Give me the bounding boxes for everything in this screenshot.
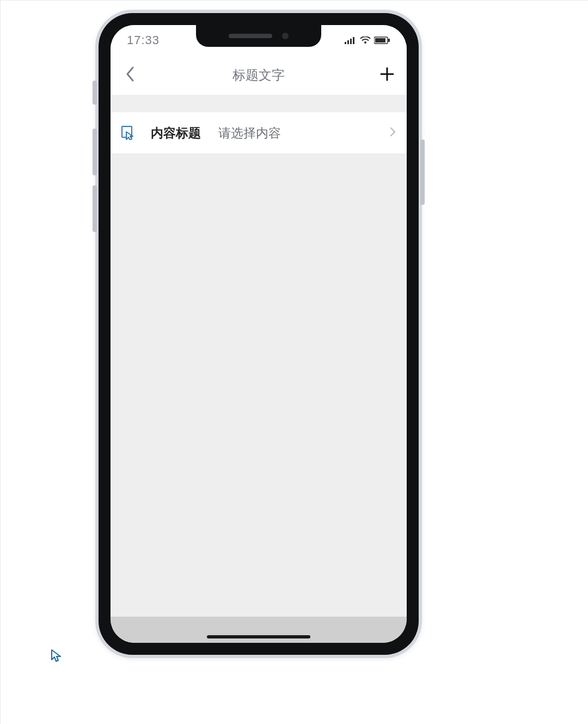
svg-rect-0 [345,42,346,44]
back-button[interactable] [119,56,141,95]
chevron-left-icon [126,66,134,84]
svg-rect-2 [350,39,352,44]
wifi-icon [360,36,371,44]
plus-icon [380,67,394,83]
bottom-bar [111,617,407,643]
add-button[interactable] [376,56,398,95]
status-time: 17:33 [127,33,160,47]
home-indicator[interactable] [207,635,310,638]
selection-icon [121,126,136,140]
row-value: 请选择内容 [218,125,390,142]
svg-rect-3 [353,37,354,44]
phone-button-power [420,139,425,205]
phone-button-volume-up [93,129,97,175]
row-title: 内容标题 [151,125,201,142]
phone-notch [196,25,321,47]
svg-rect-1 [347,40,349,44]
phone-screen: 17:33 [111,25,407,643]
svg-point-4 [364,41,366,44]
svg-rect-7 [388,39,390,42]
signal-icon [345,36,357,44]
navigation-bar: 标题文字 [111,56,407,95]
cursor-icon [51,649,61,665]
phone-frame: 17:33 [95,10,422,658]
content-row[interactable]: 内容标题 请选择内容 [111,112,407,154]
chevron-right-icon [390,127,396,139]
page-title: 标题文字 [232,66,285,84]
phone-button-volume-down [93,185,97,232]
section-divider [111,95,407,113]
battery-icon [374,36,390,44]
phone-button-silence [93,81,97,105]
svg-rect-6 [375,38,385,42]
